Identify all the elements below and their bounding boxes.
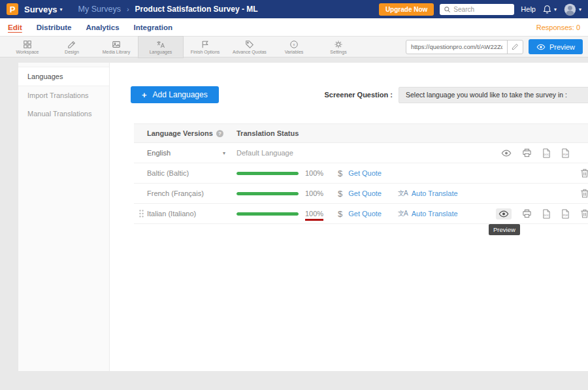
delete-language-button[interactable] (580, 168, 588, 178)
toolbar-item-label: Design (65, 50, 79, 54)
trash-icon (580, 208, 588, 219)
help-link[interactable]: Help (521, 5, 536, 13)
pencil-icon (512, 43, 519, 50)
eye-icon (501, 150, 512, 157)
upgrade-now-button[interactable]: Upgrade Now (379, 3, 434, 16)
translation-progress-bar (237, 212, 299, 216)
download-doc-button[interactable]: DOC (542, 148, 551, 158)
survey-subnav: Edit Distribute Analytics Integration Re… (0, 18, 588, 37)
add-languages-button[interactable]: + Add Languages (131, 86, 219, 103)
row-actions: DOC PDF (501, 148, 570, 158)
trash-icon (580, 168, 588, 178)
screener-question-select[interactable]: Select language you would like to take t… (399, 87, 588, 103)
dollar-icon: $ (338, 209, 342, 219)
print-language-button[interactable] (522, 148, 532, 157)
responses-count[interactable]: Responses: 0 (536, 24, 580, 31)
get-quote-cell: $ Get Quote (338, 209, 398, 219)
delete-language-button[interactable] (580, 208, 588, 219)
search-icon (444, 6, 451, 13)
chevron-down-icon: ▾ (60, 7, 63, 12)
annotation-underline (305, 219, 323, 221)
download-pdf-button[interactable]: PDF (561, 148, 570, 158)
toolbar-item-finish-options[interactable]: Finish Options (183, 37, 227, 57)
tab-integration[interactable]: Integration (134, 24, 172, 31)
header-language-versions: Language Versions (147, 129, 213, 137)
table-header-row: Language Versions ? Translation Status (134, 123, 588, 143)
get-quote-link[interactable]: Get Quote (348, 189, 382, 197)
eye-icon (536, 44, 546, 50)
auto-translate-link[interactable]: Auto Translate (412, 189, 458, 197)
preview-language-button[interactable]: Preview (496, 208, 512, 219)
finish-options-icon (201, 40, 210, 49)
help-question-icon[interactable]: ? (216, 130, 223, 137)
toolbar-item-label: Settings (330, 50, 346, 54)
survey-url-input[interactable] (406, 43, 507, 50)
search-box[interactable] (440, 4, 514, 15)
settings-icon (334, 40, 343, 49)
toolbar-item-languages[interactable]: Languages (139, 37, 183, 57)
design-icon (67, 40, 76, 49)
printer-icon (522, 148, 532, 157)
survey-title: Product Satisfaction Survey - ML (135, 5, 258, 14)
progress-fill (237, 192, 299, 195)
download-pdf-button[interactable]: PDF (561, 209, 570, 219)
search-input[interactable] (453, 6, 510, 13)
preview-button[interactable]: Preview (529, 39, 583, 54)
edit-url-button[interactable] (507, 40, 523, 54)
languages-sidebar: Languages Import Translations Manual Tra… (18, 63, 110, 371)
progress-pct-text: 100% (305, 210, 323, 218)
toolbar-item-variables[interactable]: x Variables (272, 37, 316, 57)
variables-icon: x (289, 40, 299, 49)
tab-edit[interactable]: Edit (8, 24, 22, 31)
print-language-button[interactable] (522, 209, 532, 218)
download-doc-button[interactable]: DOC (542, 209, 551, 219)
tab-distribute[interactable]: Distribute (37, 24, 72, 31)
tab-analytics[interactable]: Analytics (86, 24, 119, 31)
header-translation-status: Translation Status (237, 129, 299, 137)
default-language-dropdown[interactable]: English ▾ (147, 149, 225, 157)
notifications-menu[interactable]: ▾ (543, 5, 557, 14)
printer-icon (522, 209, 532, 218)
table-row-italian: Italian (Italiano) 100% $ Get Quote 文A A… (134, 204, 588, 224)
toolbar-item-label: Advance Quotas (233, 50, 267, 54)
surveys-menu[interactable]: Surveys ▾ (24, 5, 63, 14)
table-row-baltic: Baltic (Baltic) 100% $ Get Quote (134, 163, 588, 184)
toolbar-item-design[interactable]: Design (50, 37, 94, 57)
get-quote-cell: $ Get Quote (338, 169, 398, 178)
default-language-label: Default Language (237, 149, 293, 157)
progress-fill (237, 172, 299, 175)
toolbar-item-media-library[interactable]: Media Library (94, 37, 139, 57)
account-menu[interactable]: ▾ (564, 3, 581, 16)
svg-text:DOC: DOC (544, 214, 549, 217)
toolbar-item-advance-quotas[interactable]: Advance Quotas (227, 37, 272, 57)
auto-translate-link[interactable]: Auto Translate (412, 210, 458, 218)
translate-icon: 文A (398, 209, 408, 218)
sidebar-item-import-translations[interactable]: Import Translations (18, 86, 109, 105)
breadcrumb-my-surveys[interactable]: My Surveys (78, 5, 121, 14)
get-quote-cell: $ Get Quote (338, 189, 398, 199)
get-quote-link[interactable]: Get Quote (348, 169, 382, 177)
preview-language-button[interactable] (501, 150, 512, 157)
toolbar-item-settings[interactable]: Settings (316, 37, 361, 57)
pdf-file-icon: PDF (561, 209, 570, 219)
languages-icon (156, 40, 165, 49)
translation-progress-pct: 100% (305, 210, 327, 218)
progress-fill (237, 212, 299, 216)
questionpro-logo[interactable]: P (7, 3, 18, 15)
sidebar-item-manual-translations[interactable]: Manual Translations (18, 105, 109, 123)
top-navbar: P Surveys ▾ My Surveys › Product Satisfa… (0, 0, 588, 18)
chevron-down-icon: ▾ (223, 150, 225, 156)
preview-button-label: Preview (549, 43, 575, 51)
toolbar-item-workspace[interactable]: Workspace (5, 37, 50, 57)
language-name: Baltic (Baltic) (147, 169, 237, 177)
toolbar-item-label: Finish Options (191, 50, 220, 54)
workspace-icon (23, 40, 32, 49)
doc-file-icon: DOC (542, 148, 551, 158)
sidebar-item-languages[interactable]: Languages (18, 67, 109, 86)
get-quote-link[interactable]: Get Quote (348, 210, 382, 218)
doc-file-icon: DOC (542, 209, 551, 219)
drag-handle[interactable] (139, 209, 144, 218)
delete-language-button[interactable] (580, 188, 588, 199)
chevron-down-icon: ▾ (579, 7, 581, 12)
languages-table: Language Versions ? Translation Status E… (134, 123, 588, 224)
